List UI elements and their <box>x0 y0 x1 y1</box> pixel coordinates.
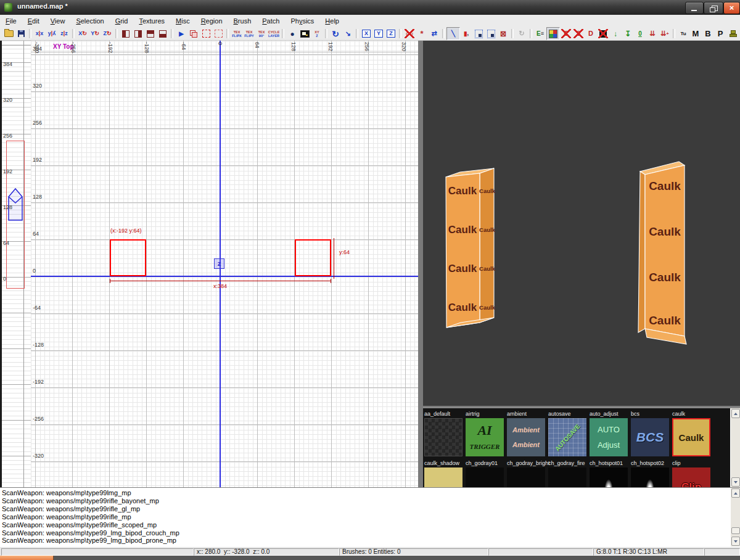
texture-thumbnail[interactable]: AmbientAmbient <box>507 418 545 456</box>
texture-thumbnail[interactable] <box>507 467 545 487</box>
open-map-icon[interactable] <box>2 28 15 39</box>
selection-outline-icon[interactable] <box>200 28 212 39</box>
rotate-z-icon[interactable]: Z↻ <box>101 28 113 39</box>
texture-thumbnail[interactable]: AUTOSAVE <box>548 418 586 456</box>
texture-tile-autosave[interactable]: autosaveAUTOSAVE <box>548 411 588 449</box>
y-view-button[interactable]: Y <box>372 28 385 39</box>
start-button-fragment[interactable] <box>0 556 54 560</box>
drop-selection-icon[interactable]: ↓ <box>609 28 622 39</box>
restore-button[interactable] <box>704 2 723 14</box>
terrain-tool-button[interactable]: Tu <box>677 28 689 39</box>
texture-thumbnail[interactable]: Caulk <box>424 467 462 487</box>
texture-thumbnail[interactable] <box>631 467 669 487</box>
cpu-disable-icon[interactable]: CPU <box>403 28 416 39</box>
cursor-select-icon[interactable]: ╲ <box>446 27 460 40</box>
menu-patch[interactable]: Patch <box>257 15 285 25</box>
brush-left[interactable] <box>110 239 146 276</box>
prefab-button[interactable]: P <box>714 28 726 39</box>
deselect-outline-icon[interactable] <box>212 28 224 39</box>
vertex-mode-icon[interactable]: ▶ <box>175 28 187 39</box>
menu-textures[interactable]: Textures <box>133 15 170 25</box>
scroll-thumb[interactable] <box>731 527 740 534</box>
rotate-y-icon[interactable]: Y↻ <box>89 28 101 39</box>
z-window[interactable]: 384320256192128640 <box>0 41 31 487</box>
filter-caulk-icon[interactable]: C <box>560 28 572 39</box>
texture-scrollbar[interactable] <box>730 408 740 487</box>
menu-selection[interactable]: Selection <box>70 15 109 25</box>
texture-thumbnail[interactable]: BCS <box>631 418 669 456</box>
model-button[interactable]: M <box>689 28 702 39</box>
texture-thumbnail[interactable]: AITRIGGER <box>466 418 504 456</box>
texture-thumbnail[interactable]: Caulk <box>672 418 710 456</box>
flip-y-icon[interactable]: y|ʎ <box>46 28 58 39</box>
cascade-down-icon[interactable]: ⇊ <box>646 28 659 39</box>
texture-flip-y-icon[interactable]: TEXFLIPY <box>243 28 255 39</box>
menu-edit[interactable]: Edit <box>22 15 45 25</box>
brush-right[interactable] <box>295 239 331 276</box>
flip-z-icon[interactable]: z|z <box>58 28 70 39</box>
menu-region[interactable]: Region <box>195 15 228 25</box>
texture-thumbnail[interactable] <box>466 467 504 487</box>
menu-grid[interactable]: Grid <box>110 15 134 25</box>
brush-edge-left-icon[interactable] <box>120 28 132 39</box>
scroll-up-icon[interactable] <box>731 409 740 418</box>
menu-physics[interactable]: Physics <box>285 15 319 25</box>
filter-detail-icon[interactable]: D <box>585 28 597 39</box>
menu-misc[interactable]: Misc <box>170 15 195 25</box>
brush-button[interactable]: B <box>702 28 714 39</box>
texture-lock-vertical-icon[interactable] <box>485 28 497 39</box>
stamp-tool-icon[interactable] <box>726 28 739 39</box>
drag-resize-icon[interactable]: ↘ <box>342 28 354 39</box>
close-button[interactable]: × <box>723 2 740 14</box>
paint-texture-icon[interactable]: ▮, <box>460 28 472 39</box>
save-map-icon[interactable] <box>15 28 27 39</box>
texture-lock-icon[interactable] <box>472 28 485 39</box>
x-view-button[interactable]: X <box>360 28 372 39</box>
clone-brush-icon[interactable] <box>187 28 200 39</box>
rotate-x-icon[interactable]: X↻ <box>76 28 89 39</box>
z-view-button[interactable]: Z <box>385 28 397 39</box>
drop-to-floor-icon[interactable]: ↧ <box>622 28 634 39</box>
region-off-icon[interactable]: ⊠ <box>497 28 509 39</box>
texture-thumbnail[interactable] <box>548 467 586 487</box>
brush-edge-bottom-icon[interactable] <box>157 28 169 39</box>
sphere-view-icon[interactable]: ● <box>286 28 298 39</box>
menu-help[interactable]: Help <box>319 15 345 25</box>
entity-list-icon[interactable]: E≡ <box>534 28 546 39</box>
minimize-button[interactable] <box>685 2 704 14</box>
grid-2d-view[interactable]: XY Top x:384 y:64 (x:-192 y:64) Z -320-2… <box>31 41 418 487</box>
texture-thumbnail[interactable] <box>424 418 462 456</box>
camera-3d-view[interactable]: CaulkCaulkCaulkCaulkCaulkCaulkCaulkCaulk… <box>423 41 740 406</box>
filter-nodraw-icon[interactable]: N <box>597 28 609 39</box>
z-origin-marker[interactable]: Z <box>214 258 224 269</box>
disabled-redo-icon[interactable]: ↻ <box>516 28 528 39</box>
menu-file[interactable]: File <box>0 15 22 25</box>
cycle-layer-icon[interactable]: CYCLELAYER <box>268 28 280 39</box>
console-scrollbar[interactable] <box>730 488 740 546</box>
texture-thumbnail[interactable]: Clip <box>672 467 710 487</box>
brush-edge-right-icon[interactable] <box>132 28 144 39</box>
titlebar[interactable]: unnamed.map * × <box>0 0 740 15</box>
menu-brush[interactable]: Brush <box>228 15 257 25</box>
zero-height-icon[interactable]: 0 <box>634 28 646 39</box>
translate-xy-icon[interactable]: ⇄ <box>428 28 440 39</box>
filter-script-icon[interactable]: S <box>572 28 585 39</box>
texture-palette-icon[interactable] <box>546 27 560 40</box>
texture-rotate-90-icon[interactable]: TEX90° <box>255 28 268 39</box>
cascade-down-copy-icon[interactable]: ⇊+ <box>659 28 671 39</box>
patch-lattice-icon[interactable]: * <box>416 28 428 39</box>
scroll-down-icon[interactable] <box>731 537 740 546</box>
console-output[interactable]: ScanWeapon: weapons/mp\type99lmg_mpScanW… <box>0 487 740 546</box>
menu-view[interactable]: View <box>45 15 71 25</box>
texture-browser[interactable]: aa_defaultairtrigAITRIGGERambientAmbient… <box>423 407 740 487</box>
xy-z-view-toggle-icon[interactable]: XYZ <box>311 28 323 39</box>
camera-window-icon[interactable] <box>298 28 311 39</box>
texture-thumbnail[interactable] <box>590 467 628 487</box>
texture-flip-x-icon[interactable]: TEXFLIPX <box>231 28 243 39</box>
brush-edge-top-icon[interactable] <box>144 28 157 39</box>
scroll-up-icon[interactable] <box>731 488 740 498</box>
scroll-down-icon[interactable] <box>731 477 740 487</box>
free-rotate-icon[interactable]: ↻ <box>329 28 342 39</box>
texture-thumbnail[interactable]: AUTOAdjust <box>590 418 628 456</box>
flip-x-icon[interactable]: x|x <box>33 28 46 39</box>
